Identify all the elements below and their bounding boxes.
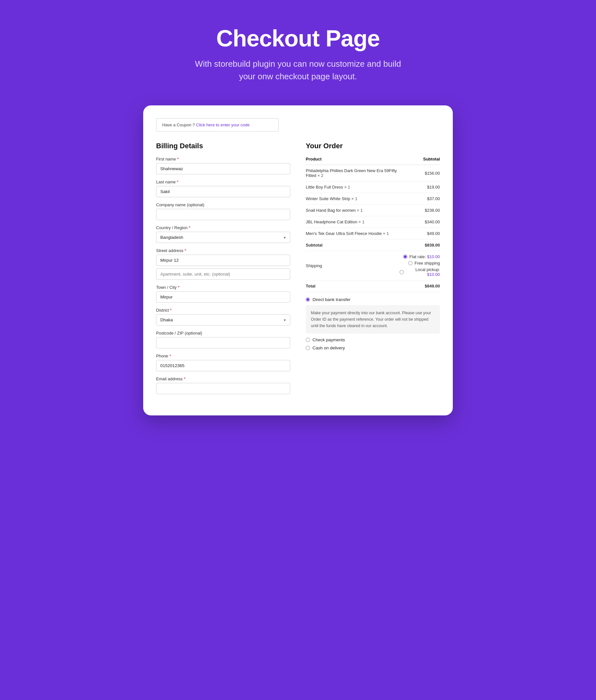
country-label: Country / Region * [156,225,290,230]
bank-info-box: Make your payment directly into our bank… [306,305,440,334]
shipping-label: Shipping [306,251,400,280]
city-input[interactable] [156,291,290,303]
payment-option-2[interactable]: Cash on delivery [306,345,440,350]
first-name-label: First name * [156,157,290,161]
company-input[interactable] [156,209,290,220]
shipping-row: Shipping Flat rate: $10.00Free shipping … [306,251,440,280]
page-title: Checkout Page [13,26,583,51]
table-row: Philadelphia Phillies Dark Green New Era… [306,165,440,181]
company-label: Company name (optional) [156,202,290,207]
shipping-label-2: Local pickup: $10.00 [406,267,440,277]
city-group: Town / City * [156,285,290,303]
subtotal-col-header: Subtotal [400,157,440,165]
payment-option-1[interactable]: Check payments [306,337,440,342]
country-select-wrapper: Bangladesh [156,232,290,243]
payment-option-0[interactable]: Direct bank transfer [306,297,440,302]
product-name: Philadelphia Phillies Dark Green New Era… [306,165,400,181]
table-row: Little Boy Full Dress × 1 $19.00 [306,181,440,193]
street-input-1[interactable] [156,255,290,266]
district-select-wrapper: Dhaka [156,314,290,326]
product-name: Little Boy Full Dress × 1 [306,181,400,193]
email-label: Email address * [156,377,290,381]
street-group: Street address * [156,248,290,280]
postcode-label: Postcode / ZIP (optional) [156,331,290,336]
payment-section: Direct bank transfer Make your payment d… [306,297,440,350]
last-name-group: Last name * [156,180,290,197]
coupon-text: Have a Coupon ? [162,123,195,127]
payment-radio-2[interactable] [306,346,310,350]
subtotal-row: Subtotal $839.00 [306,239,440,251]
checkout-columns: Billing Details First name * Last name *… [156,142,440,399]
city-label: Town / City * [156,285,290,290]
total-label: Total [306,280,400,292]
country-group: Country / Region * Bangladesh [156,225,290,243]
company-group: Company name (optional) [156,202,290,220]
shipping-radio-1[interactable] [408,261,413,265]
phone-label: Phone * [156,354,290,358]
coupon-banner: Have a Coupon ? Click here to enter your… [156,118,279,131]
postcode-group: Postcode / ZIP (optional) [156,331,290,348]
subtotal-value: $839.00 [400,239,440,251]
email-group: Email address * [156,377,290,394]
first-name-group: First name * [156,157,290,174]
product-price: $340.00 [400,216,440,228]
product-name: JBL Headphone Cat Edition × 1 [306,216,400,228]
table-row: Snail Hand Bag for women × 1 $238.00 [306,205,440,216]
shipping-option-2[interactable]: Local pickup: $10.00 [400,267,440,277]
district-select[interactable]: Dhaka [156,314,290,326]
total-row: Total $849.00 [306,280,440,292]
district-group: District * Dhaka [156,308,290,326]
product-name: Men's Tek Gear Ultra Soft Fleece Hoodie … [306,228,400,239]
product-price: $238.00 [400,205,440,216]
product-price: $19.00 [400,181,440,193]
last-name-input[interactable] [156,186,290,197]
total-value: $849.00 [400,280,440,292]
payment-label-0: Direct bank transfer [313,297,351,302]
checkout-card: Have a Coupon ? Click here to enter your… [143,105,453,415]
payment-radio-0[interactable] [306,297,310,302]
district-label: District * [156,308,290,313]
order-table: Product Subtotal Philadelphia Phillies D… [306,157,440,292]
first-name-input[interactable] [156,163,290,174]
phone-group: Phone * [156,354,290,371]
payment-label-1: Check payments [313,337,345,342]
order-title: Your Order [306,142,440,150]
street-input-2[interactable] [156,268,290,280]
postcode-input[interactable] [156,337,290,348]
product-name: Winter Suite White Strip × 1 [306,193,400,205]
shipping-label-1: Free shipping [415,261,440,265]
product-col-header: Product [306,157,400,165]
billing-title: Billing Details [156,142,290,150]
product-price: $37.00 [400,193,440,205]
shipping-radio-0[interactable] [403,255,407,259]
last-name-label: Last name * [156,180,290,184]
country-select[interactable]: Bangladesh [156,232,290,243]
street-label: Street address * [156,248,290,253]
product-price: $49.00 [400,228,440,239]
payment-label-2: Cash on delivery [313,345,345,350]
phone-input[interactable] [156,360,290,371]
hero-section: Checkout Page With storebuild plugin you… [6,19,590,89]
subtotal-label: Subtotal [306,239,400,251]
shipping-label-0: Flat rate: $10.00 [409,254,440,259]
product-price: $156.00 [400,165,440,181]
payment-radio-1[interactable] [306,338,310,342]
coupon-link[interactable]: Click here to enter your code [196,123,250,127]
product-name: Snail Hand Bag for women × 1 [306,205,400,216]
page-subtitle: With storebuild plugin you can now custo… [188,58,408,83]
shipping-option-1[interactable]: Free shipping [400,261,440,265]
table-row: Winter Suite White Strip × 1 $37.00 [306,193,440,205]
table-row: JBL Headphone Cat Edition × 1 $340.00 [306,216,440,228]
order-section: Your Order Product Subtotal Philadelphia… [306,142,440,354]
shipping-option-0[interactable]: Flat rate: $10.00 [400,254,440,259]
table-row: Men's Tek Gear Ultra Soft Fleece Hoodie … [306,228,440,239]
shipping-radio-2[interactable] [400,270,404,274]
billing-section: Billing Details First name * Last name *… [156,142,290,399]
email-input[interactable] [156,383,290,394]
